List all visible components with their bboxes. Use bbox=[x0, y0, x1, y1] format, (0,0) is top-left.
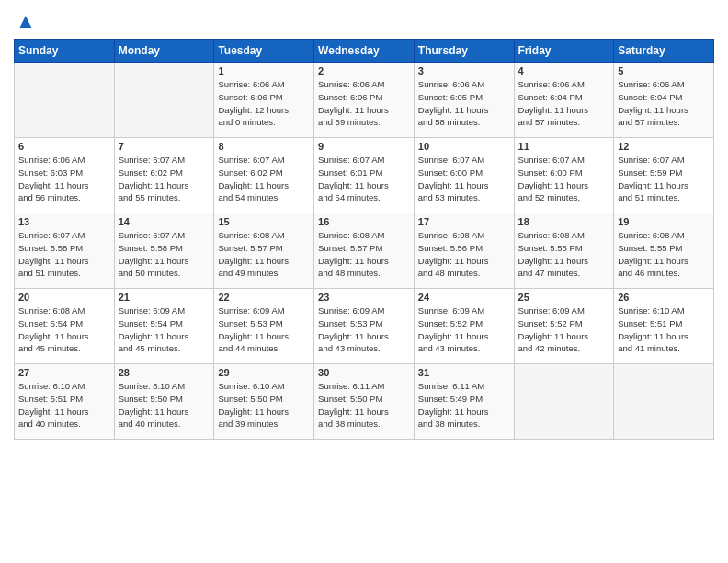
calendar-cell: 21Sunrise: 6:09 AM Sunset: 5:54 PM Dayli… bbox=[114, 289, 214, 364]
cell-info: Sunrise: 6:07 AM Sunset: 6:01 PM Dayligh… bbox=[318, 154, 410, 204]
day-number: 4 bbox=[518, 65, 610, 76]
calendar-cell: 9Sunrise: 6:07 AM Sunset: 6:01 PM Daylig… bbox=[314, 138, 415, 213]
cell-info: Sunrise: 6:10 AM Sunset: 5:50 PM Dayligh… bbox=[218, 380, 310, 431]
header-row: SundayMondayTuesdayWednesdayThursdayFrid… bbox=[15, 40, 714, 63]
calendar-cell: 27Sunrise: 6:10 AM Sunset: 5:51 PM Dayli… bbox=[15, 364, 115, 440]
calendar-cell: 24Sunrise: 6:09 AM Sunset: 5:52 PM Dayli… bbox=[414, 289, 514, 364]
day-number: 21 bbox=[119, 292, 210, 303]
day-number: 16 bbox=[318, 216, 410, 227]
week-row: 20Sunrise: 6:08 AM Sunset: 5:54 PM Dayli… bbox=[15, 289, 714, 364]
calendar-container: ▲ SundayMondayTuesdayWednesdayThursdayFr… bbox=[0, 0, 728, 444]
day-number: 26 bbox=[618, 292, 710, 303]
calendar-cell: 28Sunrise: 6:10 AM Sunset: 5:50 PM Dayli… bbox=[114, 364, 214, 440]
calendar-cell: 18Sunrise: 6:08 AM Sunset: 5:55 PM Dayli… bbox=[514, 213, 614, 289]
day-number: 15 bbox=[218, 216, 310, 227]
cell-info: Sunrise: 6:09 AM Sunset: 5:54 PM Dayligh… bbox=[119, 304, 210, 355]
day-header-saturday: Saturday bbox=[614, 40, 714, 63]
day-number: 18 bbox=[518, 216, 610, 227]
day-header-thursday: Thursday bbox=[414, 40, 514, 63]
calendar-cell: 22Sunrise: 6:09 AM Sunset: 5:53 PM Dayli… bbox=[214, 289, 314, 364]
cell-info: Sunrise: 6:07 AM Sunset: 6:02 PM Dayligh… bbox=[119, 154, 210, 204]
cell-info: Sunrise: 6:11 AM Sunset: 5:50 PM Dayligh… bbox=[318, 380, 410, 431]
day-number: 27 bbox=[18, 367, 110, 378]
calendar-cell: 3Sunrise: 6:06 AM Sunset: 6:05 PM Daylig… bbox=[414, 63, 514, 138]
cell-info: Sunrise: 6:08 AM Sunset: 5:56 PM Dayligh… bbox=[418, 229, 510, 280]
cell-info: Sunrise: 6:08 AM Sunset: 5:57 PM Dayligh… bbox=[218, 229, 310, 280]
cell-info: Sunrise: 6:06 AM Sunset: 6:03 PM Dayligh… bbox=[18, 154, 110, 204]
cell-info: Sunrise: 6:06 AM Sunset: 6:06 PM Dayligh… bbox=[218, 78, 310, 129]
cell-info: Sunrise: 6:07 AM Sunset: 6:00 PM Dayligh… bbox=[518, 154, 610, 204]
day-number: 1 bbox=[218, 65, 310, 76]
cell-info: Sunrise: 6:08 AM Sunset: 5:54 PM Dayligh… bbox=[18, 304, 110, 355]
day-number: 3 bbox=[418, 65, 510, 76]
day-number: 19 bbox=[618, 216, 710, 227]
week-row: 6Sunrise: 6:06 AM Sunset: 6:03 PM Daylig… bbox=[15, 138, 714, 213]
day-number: 17 bbox=[418, 216, 510, 227]
calendar-cell: 8Sunrise: 6:07 AM Sunset: 6:02 PM Daylig… bbox=[214, 138, 314, 213]
week-row: 13Sunrise: 6:07 AM Sunset: 5:58 PM Dayli… bbox=[15, 213, 714, 289]
logo-icon: ▲ bbox=[16, 9, 36, 33]
calendar-cell bbox=[15, 63, 115, 138]
calendar-cell: 6Sunrise: 6:06 AM Sunset: 6:03 PM Daylig… bbox=[15, 138, 115, 213]
calendar-cell: 10Sunrise: 6:07 AM Sunset: 6:00 PM Dayli… bbox=[414, 138, 514, 213]
day-number: 13 bbox=[18, 216, 110, 227]
calendar-cell: 29Sunrise: 6:10 AM Sunset: 5:50 PM Dayli… bbox=[214, 364, 314, 440]
cell-info: Sunrise: 6:07 AM Sunset: 5:59 PM Dayligh… bbox=[618, 154, 710, 204]
cell-info: Sunrise: 6:08 AM Sunset: 5:55 PM Dayligh… bbox=[618, 229, 710, 280]
calendar-cell: 19Sunrise: 6:08 AM Sunset: 5:55 PM Dayli… bbox=[614, 213, 714, 289]
cell-info: Sunrise: 6:08 AM Sunset: 5:55 PM Dayligh… bbox=[518, 229, 610, 280]
day-number: 24 bbox=[418, 292, 510, 303]
calendar-cell: 15Sunrise: 6:08 AM Sunset: 5:57 PM Dayli… bbox=[214, 213, 314, 289]
day-number: 29 bbox=[218, 367, 310, 378]
cell-info: Sunrise: 6:11 AM Sunset: 5:49 PM Dayligh… bbox=[418, 380, 510, 431]
cell-info: Sunrise: 6:06 AM Sunset: 6:04 PM Dayligh… bbox=[518, 78, 610, 129]
calendar-cell: 23Sunrise: 6:09 AM Sunset: 5:53 PM Dayli… bbox=[314, 289, 415, 364]
day-number: 7 bbox=[119, 141, 210, 152]
cell-info: Sunrise: 6:09 AM Sunset: 5:53 PM Dayligh… bbox=[318, 304, 410, 355]
cell-info: Sunrise: 6:07 AM Sunset: 5:58 PM Dayligh… bbox=[119, 229, 210, 280]
day-number: 31 bbox=[418, 367, 510, 378]
logo: ▲ bbox=[14, 9, 36, 33]
calendar-cell bbox=[514, 364, 614, 440]
day-number: 5 bbox=[618, 65, 710, 76]
week-row: 1Sunrise: 6:06 AM Sunset: 6:06 PM Daylig… bbox=[15, 63, 714, 138]
cell-info: Sunrise: 6:06 AM Sunset: 6:06 PM Dayligh… bbox=[318, 78, 410, 129]
calendar-cell: 30Sunrise: 6:11 AM Sunset: 5:50 PM Dayli… bbox=[314, 364, 415, 440]
day-number: 11 bbox=[518, 141, 610, 152]
week-row: 27Sunrise: 6:10 AM Sunset: 5:51 PM Dayli… bbox=[15, 364, 714, 440]
day-number: 28 bbox=[119, 367, 210, 378]
calendar-cell: 25Sunrise: 6:09 AM Sunset: 5:52 PM Dayli… bbox=[514, 289, 614, 364]
cell-info: Sunrise: 6:06 AM Sunset: 6:05 PM Dayligh… bbox=[418, 78, 510, 129]
calendar-cell: 11Sunrise: 6:07 AM Sunset: 6:00 PM Dayli… bbox=[514, 138, 614, 213]
day-number: 2 bbox=[318, 65, 410, 76]
day-number: 9 bbox=[318, 141, 410, 152]
calendar-cell: 12Sunrise: 6:07 AM Sunset: 5:59 PM Dayli… bbox=[614, 138, 714, 213]
day-header-sunday: Sunday bbox=[15, 40, 115, 63]
calendar-cell: 31Sunrise: 6:11 AM Sunset: 5:49 PM Dayli… bbox=[414, 364, 514, 440]
day-number: 22 bbox=[218, 292, 310, 303]
day-number: 14 bbox=[119, 216, 210, 227]
day-number: 25 bbox=[518, 292, 610, 303]
calendar-cell: 1Sunrise: 6:06 AM Sunset: 6:06 PM Daylig… bbox=[214, 63, 314, 138]
day-header-friday: Friday bbox=[514, 40, 614, 63]
calendar-table: SundayMondayTuesdayWednesdayThursdayFrid… bbox=[14, 39, 714, 440]
cell-info: Sunrise: 6:09 AM Sunset: 5:52 PM Dayligh… bbox=[418, 304, 510, 355]
cell-info: Sunrise: 6:09 AM Sunset: 5:52 PM Dayligh… bbox=[518, 304, 610, 355]
cell-info: Sunrise: 6:07 AM Sunset: 5:58 PM Dayligh… bbox=[18, 229, 110, 280]
day-number: 6 bbox=[18, 141, 110, 152]
calendar-cell: 20Sunrise: 6:08 AM Sunset: 5:54 PM Dayli… bbox=[15, 289, 115, 364]
calendar-cell: 17Sunrise: 6:08 AM Sunset: 5:56 PM Dayli… bbox=[414, 213, 514, 289]
cell-info: Sunrise: 6:07 AM Sunset: 6:00 PM Dayligh… bbox=[418, 154, 510, 204]
calendar-cell: 16Sunrise: 6:08 AM Sunset: 5:57 PM Dayli… bbox=[314, 213, 415, 289]
calendar-cell: 2Sunrise: 6:06 AM Sunset: 6:06 PM Daylig… bbox=[314, 63, 415, 138]
cell-info: Sunrise: 6:10 AM Sunset: 5:50 PM Dayligh… bbox=[119, 380, 210, 431]
day-header-monday: Monday bbox=[114, 40, 214, 63]
header: ▲ bbox=[14, 9, 714, 33]
day-number: 10 bbox=[418, 141, 510, 152]
day-number: 20 bbox=[18, 292, 110, 303]
cell-info: Sunrise: 6:08 AM Sunset: 5:57 PM Dayligh… bbox=[318, 229, 410, 280]
calendar-cell: 26Sunrise: 6:10 AM Sunset: 5:51 PM Dayli… bbox=[614, 289, 714, 364]
day-number: 30 bbox=[318, 367, 410, 378]
calendar-cell bbox=[114, 63, 214, 138]
cell-info: Sunrise: 6:07 AM Sunset: 6:02 PM Dayligh… bbox=[218, 154, 310, 204]
